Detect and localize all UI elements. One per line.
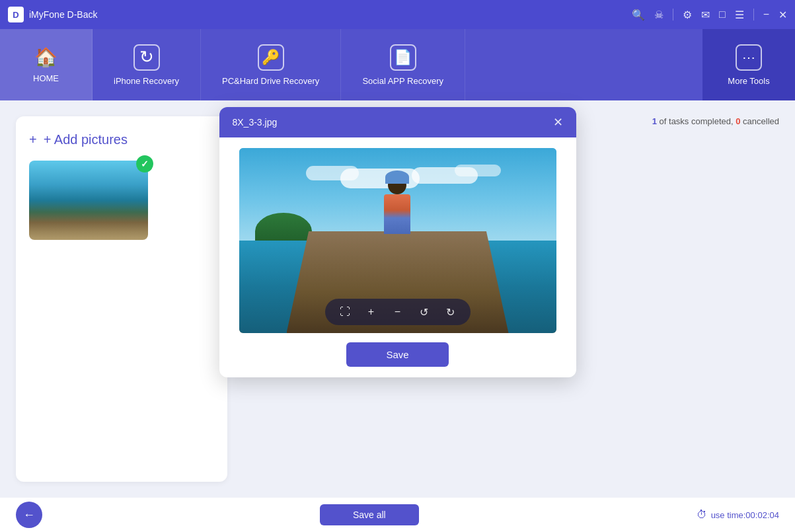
back-button[interactable]: ← xyxy=(16,502,42,528)
modal-overlay: 8X_3-3.jpg ✕ xyxy=(0,100,795,498)
settings-icon[interactable]: ⚙ xyxy=(683,9,692,21)
person-silhouette xyxy=(372,176,423,259)
clock-icon: ⏱ xyxy=(697,509,707,521)
search-icon[interactable]: 🔍 xyxy=(632,9,645,21)
discord-icon[interactable]: ☠ xyxy=(654,9,663,21)
nav-social-recovery-label: Social APP Recovery xyxy=(362,76,443,86)
titlebar-left: D iMyFone D-Back xyxy=(8,7,97,22)
titlebar-right: 🔍 ☠ ⚙ ✉ □ ☰ − ✕ xyxy=(632,9,787,21)
cloud2 xyxy=(306,166,359,180)
rotate-left-button[interactable]: ↺ xyxy=(415,303,434,321)
nav-pc-recovery[interactable]: 🔑 PC&Hard Drive Recovery xyxy=(201,29,341,100)
modal-body: ⛶ + − ↺ ↻ Save xyxy=(219,137,576,377)
preview-image: ⛶ + − ↺ ↻ xyxy=(239,148,556,333)
nav-iphone-recovery[interactable]: ↻ iPhone Recovery xyxy=(93,29,201,100)
separator xyxy=(673,9,673,20)
boat-scene: ⛶ + − ↺ ↻ xyxy=(239,148,556,333)
more-tools-icon: ⋯ xyxy=(736,44,762,71)
bottombar: ← Save all ⏱ use time:00:02:04 xyxy=(0,498,795,532)
modal-save-button[interactable]: Save xyxy=(346,342,448,367)
nav-home-label: HOME xyxy=(33,73,59,83)
cloud4 xyxy=(455,165,501,176)
social-recovery-icon: 📄 xyxy=(390,44,416,71)
modal-header: 8X_3-3.jpg ✕ xyxy=(219,107,576,137)
pc-recovery-icon: 🔑 xyxy=(258,44,284,71)
separator2 xyxy=(753,9,754,20)
main-content: + + Add pictures ✓ 1 of tasks completed,… xyxy=(0,100,795,498)
iphone-recovery-icon: ↻ xyxy=(133,44,160,71)
nav-social-recovery[interactable]: 📄 Social APP Recovery xyxy=(341,29,465,100)
nav-iphone-recovery-label: iPhone Recovery xyxy=(114,76,179,86)
rotate-right-button[interactable]: ↻ xyxy=(441,303,460,321)
image-preview-modal: 8X_3-3.jpg ✕ xyxy=(219,107,576,377)
modal-title: 8X_3-3.jpg xyxy=(233,117,278,128)
use-time-label: use time:00:02:04 xyxy=(711,510,779,520)
titlebar: D iMyFone D-Back 🔍 ☠ ⚙ ✉ □ ☰ − ✕ xyxy=(0,0,795,29)
modal-close-button[interactable]: ✕ xyxy=(553,115,563,130)
nav-more-tools[interactable]: ⋯ More Tools xyxy=(702,29,795,100)
navbar: 🏠 HOME ↻ iPhone Recovery 🔑 PC&Hard Drive… xyxy=(0,29,795,100)
app-title: iMyFone D-Back xyxy=(29,9,97,20)
zoom-out-button[interactable]: − xyxy=(389,303,407,321)
close-button[interactable]: ✕ xyxy=(778,9,787,21)
nav-pc-recovery-label: PC&Hard Drive Recovery xyxy=(222,76,319,86)
fullscreen-button[interactable]: ⛶ xyxy=(336,303,354,321)
nav-more-tools-label: More Tools xyxy=(728,76,769,86)
mail-icon[interactable]: ✉ xyxy=(701,9,710,21)
use-time: ⏱ use time:00:02:04 xyxy=(697,509,779,521)
menu-icon[interactable]: ☰ xyxy=(735,9,744,21)
nav-home[interactable]: 🏠 HOME xyxy=(0,29,93,100)
minimize-button[interactable]: − xyxy=(763,9,769,20)
image-toolbar: ⛶ + − ↺ ↻ xyxy=(325,299,471,325)
save-all-button[interactable]: Save all xyxy=(320,504,419,525)
chat-icon[interactable]: □ xyxy=(719,9,726,20)
zoom-in-button[interactable]: + xyxy=(362,303,381,321)
home-icon: 🏠 xyxy=(34,46,57,68)
app-logo: D xyxy=(8,7,24,22)
